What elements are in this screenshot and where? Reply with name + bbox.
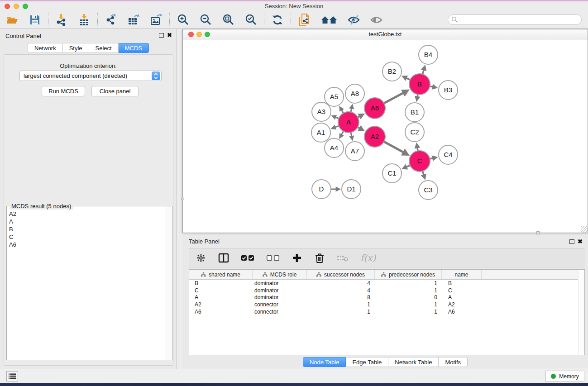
memory-button[interactable]: Memory bbox=[545, 371, 584, 382]
float-table-panel-icon[interactable] bbox=[569, 239, 574, 244]
graph-edge-A6-B[interactable] bbox=[384, 93, 403, 103]
optimization-criterion-dropdown[interactable]: largest connected component (directed) bbox=[19, 71, 162, 81]
export-network-icon bbox=[105, 14, 117, 26]
search-input[interactable] bbox=[448, 14, 582, 25]
column-header-label: predecessor nodes bbox=[389, 272, 435, 278]
zoom-out-button[interactable] bbox=[199, 13, 212, 27]
mcds-result-item[interactable]: C bbox=[7, 233, 165, 241]
zoom-in-button[interactable] bbox=[176, 13, 190, 27]
mcds-result-item[interactable]: A bbox=[7, 218, 165, 225]
zoom-fit-button[interactable] bbox=[221, 13, 235, 27]
mcds-result-groupbox: MCDS result (5 nodes) A2ABCA6 bbox=[6, 206, 172, 360]
graph-node-label: C2 bbox=[410, 128, 419, 136]
zoom-selected-button[interactable] bbox=[244, 13, 258, 27]
show-columns-button[interactable] bbox=[218, 252, 229, 264]
import-network-button[interactable] bbox=[55, 13, 68, 27]
table-scrollbar[interactable] bbox=[578, 270, 584, 355]
result-list-scrollbar[interactable] bbox=[166, 206, 172, 360]
graph-edge-arrowhead bbox=[349, 135, 354, 141]
task-history-button[interactable] bbox=[6, 371, 18, 381]
show-all-networks-button[interactable] bbox=[320, 13, 338, 27]
column-header-label: name bbox=[454, 272, 468, 278]
table-cell: 1 bbox=[307, 308, 375, 315]
table-cell: 1 bbox=[375, 308, 442, 315]
dropdown-stepper-icon bbox=[152, 71, 160, 80]
tab-edge-table[interactable]: Edge Table bbox=[346, 357, 388, 367]
table-panel-title: Table Panel bbox=[189, 238, 220, 245]
column-header-name[interactable]: name bbox=[442, 270, 482, 279]
network-window-titlebar: testGlobe.txt bbox=[183, 29, 588, 39]
column-header-label: MCDS role bbox=[270, 272, 297, 278]
window-left-resize-handle[interactable] bbox=[181, 197, 184, 200]
table-cell: 4 bbox=[307, 280, 375, 287]
tab-mcds[interactable]: MCDS bbox=[119, 43, 149, 53]
table-mode-button[interactable] bbox=[196, 252, 206, 264]
hide-graphics-button[interactable] bbox=[347, 13, 361, 27]
window-bottom-resize-handle[interactable] bbox=[536, 231, 540, 234]
column-header-successor-nodes[interactable]: successor nodes bbox=[307, 270, 375, 279]
export-table-button[interactable] bbox=[127, 13, 140, 27]
search-icon bbox=[451, 16, 458, 23]
export-network-button[interactable] bbox=[104, 13, 118, 27]
tab-motifs[interactable]: Motifs bbox=[439, 357, 468, 367]
mcds-result-item[interactable]: A2 bbox=[7, 210, 165, 218]
delete-table-button[interactable] bbox=[337, 252, 349, 264]
graph-edge-arrowhead bbox=[432, 155, 438, 161]
delete-columns-button[interactable] bbox=[314, 252, 325, 264]
table-cell: C bbox=[442, 287, 482, 294]
refresh-button[interactable] bbox=[271, 13, 284, 27]
mcds-result-item[interactable]: A6 bbox=[7, 241, 165, 248]
status-bar: Memory bbox=[0, 369, 588, 383]
tab-select[interactable]: Select bbox=[89, 43, 119, 53]
column-header-shared-name[interactable]: shared name bbox=[189, 270, 253, 279]
network-canvas-svg[interactable]: B4B2BB3A8A5A6A3B1AC2A1A2A4A7C4CC1C3DD1 bbox=[183, 39, 588, 233]
close-table-panel-icon[interactable]: ✖ bbox=[578, 238, 583, 245]
main-toolbar bbox=[0, 11, 588, 29]
graph-node-label: D bbox=[319, 185, 324, 193]
tab-node-table[interactable]: Node Table bbox=[303, 357, 346, 367]
function-builder-button[interactable]: f(x) bbox=[360, 252, 376, 264]
tab-network-table[interactable]: Network Table bbox=[388, 357, 439, 367]
table-cell: A bbox=[189, 294, 253, 301]
deselect-all-button[interactable] bbox=[266, 252, 280, 264]
table-body: Bdominator41BCdominator41CAdominator80AA… bbox=[189, 280, 584, 315]
close-panel-button[interactable]: Close panel bbox=[91, 86, 139, 96]
run-mcds-button[interactable]: Run MCDS bbox=[42, 86, 85, 96]
table-cell: C bbox=[189, 287, 253, 294]
select-all-button[interactable] bbox=[241, 252, 254, 264]
select-all-icon bbox=[241, 255, 254, 261]
table-row[interactable]: Bdominator41B bbox=[189, 280, 584, 287]
zoom-out-icon bbox=[199, 14, 212, 26]
graph-edge-A2-C[interactable] bbox=[384, 142, 403, 152]
table-row[interactable]: A6connector11A6 bbox=[189, 308, 584, 315]
table-header-row: shared nameMCDS rolesuccessor nodesprede… bbox=[189, 270, 584, 280]
clone-network-button[interactable] bbox=[297, 13, 311, 27]
graph-node-label: A8 bbox=[351, 90, 359, 97]
column-header-predecessor-nodes[interactable]: predecessor nodes bbox=[375, 270, 442, 279]
window-resize-grip[interactable] bbox=[581, 226, 588, 233]
close-panel-icon[interactable]: ✖ bbox=[167, 32, 172, 38]
column-header-label: shared name bbox=[209, 272, 240, 278]
graph-edge-B-B4[interactable] bbox=[422, 70, 424, 74]
tab-network[interactable]: Network bbox=[28, 43, 63, 53]
mcds-result-item[interactable]: B bbox=[7, 225, 165, 233]
float-panel-icon[interactable] bbox=[159, 33, 164, 38]
table-row[interactable]: Cdominator41C bbox=[189, 287, 584, 294]
export-image-icon bbox=[150, 14, 163, 26]
import-table-button[interactable] bbox=[77, 13, 91, 27]
export-image-button[interactable] bbox=[149, 13, 163, 27]
table-row[interactable]: Adominator80A bbox=[189, 294, 584, 301]
table-row[interactable]: A2connector11A2 bbox=[189, 301, 584, 308]
network-window-title: testGlobe.txt bbox=[183, 31, 588, 38]
graph-node-label: A3 bbox=[317, 108, 325, 115]
table-cell: 4 bbox=[307, 287, 375, 294]
window-title: Session: New Session bbox=[0, 3, 588, 10]
graph-node-label: D1 bbox=[347, 185, 355, 193]
shared-column-icon bbox=[263, 272, 268, 277]
tab-style[interactable]: Style bbox=[63, 43, 89, 53]
show-graphics-details-button[interactable] bbox=[370, 13, 383, 27]
save-session-button[interactable] bbox=[28, 13, 42, 27]
open-session-button[interactable] bbox=[5, 13, 19, 27]
column-header-MCDS-role[interactable]: MCDS role bbox=[253, 270, 307, 279]
create-column-button[interactable] bbox=[292, 252, 302, 264]
